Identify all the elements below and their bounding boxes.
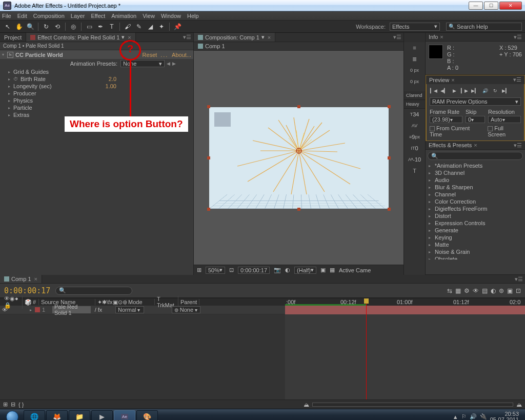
list-item[interactable]: ▸3D Channel: [426, 169, 525, 176]
last-frame-icon[interactable]: ▶▎: [471, 87, 479, 94]
time-display[interactable]: 0:00:00:17: [238, 267, 270, 274]
menu-help[interactable]: Help: [187, 13, 199, 19]
layer-handle[interactable]: [207, 156, 210, 159]
menu-composition[interactable]: Composition: [33, 13, 65, 19]
rotate-tool-icon[interactable]: ↻: [42, 22, 51, 31]
list-item[interactable]: ▸* Animation Presets: [426, 162, 525, 169]
close-button[interactable]: ✕: [499, 2, 522, 10]
list-item[interactable]: ▸Noise & Grain: [426, 248, 525, 255]
timeline-search-input[interactable]: 🔍: [55, 287, 132, 295]
layer-duration-bar[interactable]: [285, 306, 525, 314]
from-current-checkbox[interactable]: [430, 126, 435, 131]
options-link[interactable]: ...: [160, 52, 168, 58]
panel-menu-icon[interactable]: ▾☰: [391, 34, 403, 41]
pen-tool-icon[interactable]: ✒: [96, 22, 105, 31]
taskbar-firefox-icon[interactable]: 🦊: [46, 410, 68, 421]
resolution-select[interactable]: Auto ▾: [488, 116, 521, 123]
layer-color-icon[interactable]: [35, 307, 40, 312]
prop-producer[interactable]: ▸Producer: [0, 90, 193, 97]
resolution-dropdown[interactable]: (Half) ▾: [294, 267, 316, 274]
prop-grid-guides[interactable]: ▸Grid & Guides: [0, 68, 193, 75]
disclosure-icon[interactable]: ▾: [2, 52, 7, 57]
panel-menu-icon[interactable]: ▾☰: [513, 76, 521, 83]
font-tab[interactable]: Clarend: [404, 91, 425, 100]
effects-search-input[interactable]: 🔍: [428, 152, 523, 160]
panel-menu-icon[interactable]: ▾☰: [514, 142, 522, 149]
ram-preview-dropdown[interactable]: RAM Preview Options▾: [430, 97, 521, 106]
char-val[interactable]: Aª -10: [404, 154, 425, 165]
layer-handle[interactable]: [388, 208, 391, 211]
tl-icon[interactable]: ⚙: [464, 287, 470, 294]
roto-tool-icon[interactable]: ✦: [157, 22, 166, 31]
parent-dropdown[interactable]: ⊚ None ▾: [172, 306, 200, 313]
zoom-in-icon[interactable]: ⛰: [516, 402, 522, 408]
brush-tool-icon[interactable]: 🖌: [123, 22, 132, 31]
char-val[interactable]: IT 0: [404, 143, 425, 154]
timeline-track-area[interactable]: :00f 00:12f 01:00f 01:12f 02:0: [285, 298, 525, 399]
zoom-out-icon[interactable]: ⛰: [304, 402, 309, 408]
timecode-display[interactable]: 0:00:00:17: [4, 286, 50, 295]
tl-icon[interactable]: ⊡: [516, 287, 521, 294]
grid-icon[interactable]: ⊞: [197, 267, 201, 273]
timeline-zoom-slider[interactable]: [312, 403, 513, 407]
align-icon[interactable]: 0 px: [404, 76, 425, 87]
menu-window[interactable]: Window: [161, 13, 181, 19]
eraser-tool-icon[interactable]: ◢: [146, 22, 155, 31]
list-item[interactable]: ▸Distort: [426, 212, 525, 219]
prop-particle[interactable]: ▸Particle: [0, 104, 193, 111]
visibility-icon[interactable]: 👁: [2, 307, 9, 313]
first-frame-icon[interactable]: ▎◀: [430, 87, 438, 94]
list-item[interactable]: ▸Matte: [426, 241, 525, 248]
preset-prev-icon[interactable]: ◀: [167, 61, 170, 66]
tab-composition[interactable]: Composition: Comp 1▾×: [194, 33, 275, 42]
list-item[interactable]: ▸Channel: [426, 191, 525, 198]
layer-row[interactable]: 👁 ▸ 1 Pale Red Solid 1 / fx Normal ▾ ⊚ N…: [0, 306, 285, 314]
playhead[interactable]: [366, 298, 367, 399]
loop-icon[interactable]: ↻: [491, 87, 499, 94]
skip-select[interactable]: 0 ▾: [466, 116, 485, 123]
char-val[interactable]: ≡ 9 px: [404, 131, 425, 143]
stopwatch-icon[interactable]: ⏱: [13, 76, 18, 82]
playhead-handle-icon[interactable]: [364, 298, 369, 304]
tl-icon[interactable]: ▣: [507, 287, 513, 294]
list-item[interactable]: ▸Audio: [426, 176, 525, 184]
clone-tool-icon[interactable]: ✎: [134, 22, 144, 31]
mute-icon[interactable]: 🔊: [481, 87, 489, 94]
layer-handle[interactable]: [207, 105, 210, 108]
preset-next-icon[interactable]: ▶: [172, 61, 176, 66]
tl-icon[interactable]: ⊚: [499, 287, 504, 294]
taskbar-media-icon[interactable]: ▶: [91, 410, 113, 421]
layer-handle[interactable]: [207, 208, 210, 211]
prop-value[interactable]: 1.00: [106, 83, 116, 89]
workspace-dropdown[interactable]: Effects▾: [390, 23, 440, 31]
comp-breadcrumb[interactable]: Comp 1: [194, 42, 403, 51]
taskbar-ae-icon[interactable]: Ae: [114, 410, 135, 421]
tab-project[interactable]: Project: [0, 33, 26, 42]
puppet-tool-icon[interactable]: 📌: [173, 22, 182, 31]
menu-view[interactable]: View: [143, 13, 155, 19]
prop-longevity[interactable]: ▸Longevity (sec)1.00: [0, 83, 193, 90]
list-item[interactable]: ▸Obsolete: [426, 255, 525, 259]
framerate-select[interactable]: (23.98) ▾: [430, 116, 462, 123]
tab-timeline-comp[interactable]: Comp 1×: [0, 275, 42, 283]
tl-icon[interactable]: ⇆: [447, 287, 452, 294]
reset-link[interactable]: Reset: [143, 52, 157, 58]
prop-value[interactable]: 2.0: [109, 76, 116, 82]
prop-physics[interactable]: ▸Physics: [0, 97, 193, 104]
list-item[interactable]: ▸Keying: [426, 234, 525, 241]
align-icon[interactable]: 0 px: [404, 65, 425, 76]
char-val[interactable]: AV: [404, 120, 425, 131]
tab-effect-controls[interactable]: Effect Controls: Pale Red Solid 1 ▾×: [26, 33, 135, 42]
about-link[interactable]: About...: [172, 52, 191, 58]
composition-viewer[interactable]: [194, 51, 403, 265]
align-icon[interactable]: ≡: [404, 42, 425, 53]
tl-icon[interactable]: ▤: [482, 287, 488, 294]
layer-handle[interactable]: [297, 208, 300, 211]
menu-animation[interactable]: Animation: [111, 13, 136, 19]
res-icon[interactable]: ⊡: [229, 267, 234, 273]
list-item[interactable]: ▸Expression Controls: [426, 219, 525, 227]
anchor-tool-icon[interactable]: ◎: [69, 22, 78, 31]
toggle-switches-icon[interactable]: ⊟: [11, 401, 15, 408]
char-btn[interactable]: T: [404, 165, 425, 176]
font-tab[interactable]: Heavy: [404, 100, 425, 109]
